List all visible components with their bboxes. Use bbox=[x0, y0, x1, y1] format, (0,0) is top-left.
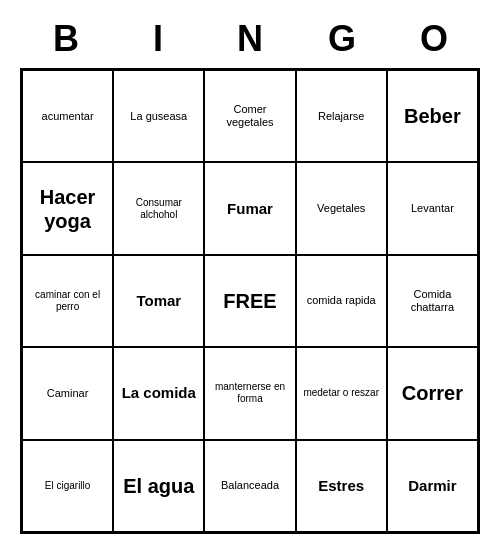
bingo-title: B I N G O bbox=[20, 10, 480, 68]
cell-r1-c0: Hacer yoga bbox=[22, 162, 113, 254]
cell-r3-c1: La comida bbox=[113, 347, 204, 439]
cell-r3-c0: Caminar bbox=[22, 347, 113, 439]
cell-r1-c1: Consumar alchohol bbox=[113, 162, 204, 254]
letter-o: O bbox=[388, 18, 480, 60]
cell-r4-c2: Balanceada bbox=[204, 440, 295, 532]
cell-r0-c2: Comer vegetales bbox=[204, 70, 295, 162]
cell-r4-c1: El agua bbox=[113, 440, 204, 532]
cell-r3-c4: Correr bbox=[387, 347, 478, 439]
bingo-grid: acumentarLa guseasaComer vegetalesRelaja… bbox=[20, 68, 480, 534]
cell-r0-c3: Relajarse bbox=[296, 70, 387, 162]
cell-r3-c2: manternerse en forma bbox=[204, 347, 295, 439]
cell-r2-c2: FREE bbox=[204, 255, 295, 347]
cell-r1-c2: Fumar bbox=[204, 162, 295, 254]
cell-r1-c3: Vegetales bbox=[296, 162, 387, 254]
cell-r2-c0: caminar con el perro bbox=[22, 255, 113, 347]
cell-r0-c4: Beber bbox=[387, 70, 478, 162]
cell-r2-c1: Tomar bbox=[113, 255, 204, 347]
cell-r4-c0: El cigarillo bbox=[22, 440, 113, 532]
cell-r4-c4: Darmir bbox=[387, 440, 478, 532]
cell-r3-c3: medetar o reszar bbox=[296, 347, 387, 439]
cell-r1-c4: Levantar bbox=[387, 162, 478, 254]
cell-r0-c1: La guseasa bbox=[113, 70, 204, 162]
cell-r0-c0: acumentar bbox=[22, 70, 113, 162]
letter-i: I bbox=[112, 18, 204, 60]
letter-g: G bbox=[296, 18, 388, 60]
cell-r2-c3: comida rapida bbox=[296, 255, 387, 347]
cell-r2-c4: Comida chattarra bbox=[387, 255, 478, 347]
letter-n: N bbox=[204, 18, 296, 60]
letter-b: B bbox=[20, 18, 112, 60]
cell-r4-c3: Estres bbox=[296, 440, 387, 532]
